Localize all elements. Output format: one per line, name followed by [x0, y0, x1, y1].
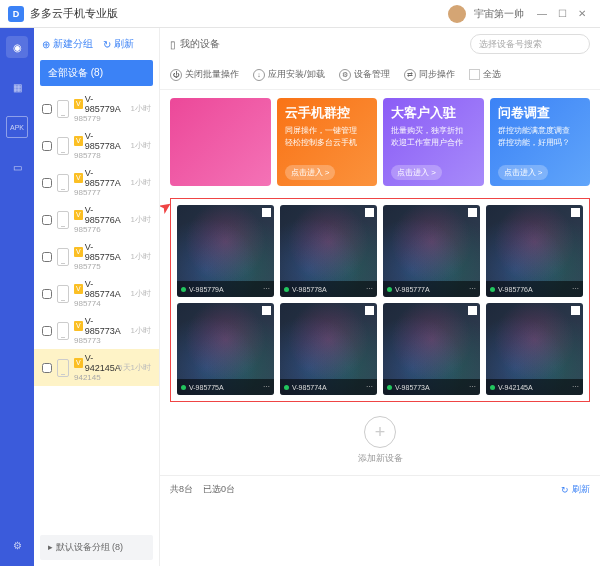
select-all-label: 全选	[483, 68, 501, 81]
device-checkbox[interactable]	[42, 104, 52, 114]
app-install-button[interactable]: ↓应用安装/卸载	[253, 68, 325, 81]
promo-title: 云手机群控	[285, 104, 370, 122]
device-checkbox[interactable]	[42, 326, 52, 336]
device-id: 985779	[74, 114, 126, 123]
device-tile[interactable]: V-985777A ⋯	[383, 205, 480, 297]
tile-checkbox[interactable]	[262, 208, 271, 217]
device-mgmt-button[interactable]: ⚙设备管理	[339, 68, 390, 81]
device-info: VV-985776A 985776	[74, 205, 126, 234]
device-item[interactable]: VV-985775A 985775 1小时	[34, 238, 159, 275]
device-tile[interactable]: V-985776A ⋯	[486, 205, 583, 297]
device-name: VV-985779A	[74, 94, 126, 114]
tile-checkbox[interactable]	[571, 306, 580, 315]
device-item[interactable]: VV-985776A 985776 1小时	[34, 201, 159, 238]
my-devices-tab[interactable]: ▯ 我的设备	[170, 37, 220, 51]
device-tile[interactable]: V-985775A ⋯	[177, 303, 274, 395]
status-dot-icon	[387, 385, 392, 390]
device-item[interactable]: VV-942145A 942145 5天1小时	[34, 349, 159, 386]
close-button[interactable]: ✕	[572, 6, 592, 22]
device-tile[interactable]: V-942145A ⋯	[486, 303, 583, 395]
sync-op-button[interactable]: ⇄同步操作	[404, 68, 455, 81]
device-tile[interactable]: V-985774A ⋯	[280, 303, 377, 395]
add-device-button[interactable]: +	[364, 416, 396, 448]
tile-label: V-985778A ⋯	[280, 281, 377, 297]
phone-icon	[57, 211, 69, 229]
device-checkbox[interactable]	[42, 215, 52, 225]
promo-card[interactable]	[170, 98, 271, 186]
device-time: 1小时	[131, 325, 151, 336]
device-info: VV-985774A 985774	[74, 279, 126, 308]
tile-checkbox[interactable]	[365, 208, 374, 217]
device-name: VV-942145A	[74, 353, 113, 373]
tile-more-icon[interactable]: ⋯	[572, 285, 579, 293]
annotation-arrow: ➤	[160, 195, 176, 218]
promo-button[interactable]: 点击进入 >	[285, 165, 336, 180]
close-batch-button[interactable]: ⏻关闭批量操作	[170, 68, 239, 81]
tile-checkbox[interactable]	[468, 208, 477, 217]
minimize-button[interactable]: —	[532, 6, 552, 22]
device-item[interactable]: VV-985777A 985777 1小时	[34, 164, 159, 201]
tile-more-icon[interactable]: ⋯	[469, 383, 476, 391]
tile-more-icon[interactable]: ⋯	[263, 285, 270, 293]
tile-label: V-985777A ⋯	[383, 281, 480, 297]
status-dot-icon	[490, 287, 495, 292]
tile-name: V-985773A	[395, 384, 430, 391]
device-checkbox[interactable]	[42, 289, 52, 299]
device-time: 1小时	[131, 288, 151, 299]
footer-refresh-label: 刷新	[572, 483, 590, 496]
device-checkbox[interactable]	[42, 252, 52, 262]
status-dot-icon	[387, 287, 392, 292]
rail-settings-icon[interactable]: ⚙	[6, 534, 28, 556]
device-item[interactable]: VV-985779A 985779 1小时	[34, 90, 159, 127]
promo-button[interactable]: 点击进入 >	[391, 165, 442, 180]
rail-wallet-icon[interactable]: ▭	[6, 156, 28, 178]
tile-name: V-985775A	[189, 384, 224, 391]
device-info: VV-985773A 985773	[74, 316, 126, 345]
device-checkbox[interactable]	[42, 363, 52, 373]
search-input[interactable]: 选择设备号搜索	[470, 34, 590, 54]
maximize-button[interactable]: ☐	[552, 6, 572, 22]
promo-card[interactable]: 问卷调查 群控功能满意度调查群控功能，好用吗？ 点击进入 >	[490, 98, 591, 186]
rail-home-icon[interactable]: ◉	[6, 36, 28, 58]
device-info: VV-985778A 985778	[74, 131, 126, 160]
device-checkbox[interactable]	[42, 178, 52, 188]
device-badge: V	[74, 136, 83, 146]
device-item[interactable]: VV-985773A 985773 1小时	[34, 312, 159, 349]
tile-name: V-985779A	[189, 286, 224, 293]
device-badge: V	[74, 173, 83, 183]
default-group[interactable]: ▸ 默认设备分组 (8)	[40, 535, 153, 560]
rail-apps-icon[interactable]: ▦	[6, 76, 28, 98]
tile-checkbox[interactable]	[571, 208, 580, 217]
device-badge: V	[74, 358, 83, 368]
tile-more-icon[interactable]: ⋯	[366, 285, 373, 293]
rail-apk-icon[interactable]: APK	[6, 116, 28, 138]
tile-more-icon[interactable]: ⋯	[572, 383, 579, 391]
refresh-sidebar-button[interactable]: ↻ 刷新	[103, 37, 134, 51]
tile-more-icon[interactable]: ⋯	[366, 383, 373, 391]
promo-card[interactable]: 云手机群控 同屏操作，一键管理轻松控制多台云手机 点击进入 >	[277, 98, 378, 186]
footer-refresh-button[interactable]: ↻ 刷新	[561, 483, 590, 496]
device-item[interactable]: VV-985774A 985774 1小时	[34, 275, 159, 312]
new-group-button[interactable]: ⊕ 新建分组	[42, 37, 93, 51]
device-tile[interactable]: V-985779A ⋯	[177, 205, 274, 297]
tile-checkbox[interactable]	[365, 306, 374, 315]
device-tile[interactable]: V-985773A ⋯	[383, 303, 480, 395]
phone-icon	[57, 359, 69, 377]
promo-subtitle: 群控功能满意度调查群控功能，好用吗？	[498, 125, 583, 149]
promo-button[interactable]: 点击进入 >	[498, 165, 549, 180]
select-all-button[interactable]: 全选	[469, 68, 501, 81]
device-badge: V	[74, 284, 83, 294]
promo-card[interactable]: 大客户入驻 批量购买，独享折扣欢迎工作室用户合作 点击进入 >	[383, 98, 484, 186]
device-item[interactable]: VV-985778A 985778 1小时	[34, 127, 159, 164]
all-devices-group[interactable]: 全部设备 (8)	[40, 60, 153, 86]
tile-label: V-985773A ⋯	[383, 379, 480, 395]
tile-checkbox[interactable]	[262, 306, 271, 315]
tile-more-icon[interactable]: ⋯	[469, 285, 476, 293]
device-checkbox[interactable]	[42, 141, 52, 151]
device-id: 985778	[74, 151, 126, 160]
tile-checkbox[interactable]	[468, 306, 477, 315]
phone-icon	[57, 174, 69, 192]
avatar[interactable]	[448, 5, 466, 23]
tile-more-icon[interactable]: ⋯	[263, 383, 270, 391]
device-tile[interactable]: V-985778A ⋯	[280, 205, 377, 297]
